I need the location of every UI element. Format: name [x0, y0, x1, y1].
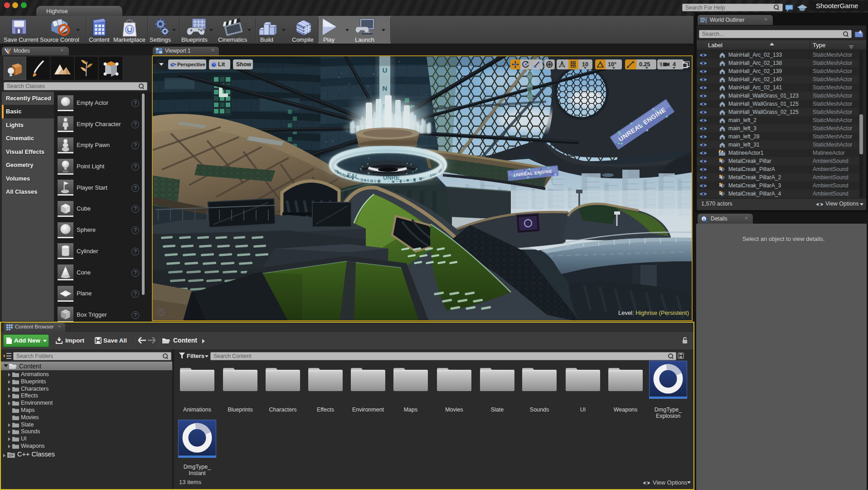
svg-text:Level: Highrise (Persistent): Level: Highrise (Persistent)	[618, 309, 689, 316]
svg-text:?: ?	[160, 310, 162, 315]
svg-text:C+: C+	[9, 453, 14, 457]
